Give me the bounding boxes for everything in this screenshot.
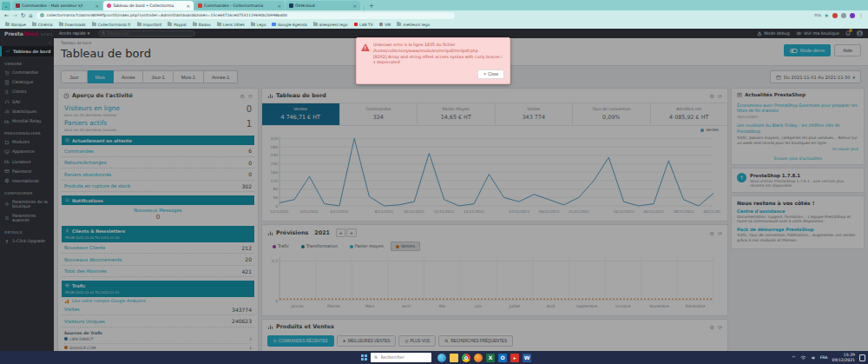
sidebar-item-paiement[interactable]: Paiement: [0, 167, 54, 176]
start-button[interactable]: [361, 354, 367, 361]
kpi-ventes[interactable]: Ventes4 746,71 € HT: [262, 103, 339, 125]
tab-meilleures-ventes[interactable]: ★MEILLEURES VENTES: [337, 335, 397, 347]
panel-settings-icon[interactable]: ⚙: [710, 324, 714, 330]
outlook-icon[interactable]: O: [498, 354, 507, 362]
sidebar-item-international[interactable]: International: [0, 176, 54, 186]
bookmark-item[interactable]: Downloads: [59, 23, 86, 27]
forecast-tab-panier-moyen[interactable]: Panier moyen: [345, 242, 389, 251]
pending-paniers-link[interactable]: Paniers abandonnés: [64, 172, 111, 177]
panel-refresh-icon[interactable]: ⟳: [248, 93, 253, 99]
active-carts-link[interactable]: Paniers actifs: [64, 119, 116, 127]
taskbar-clock[interactable]: 15:29 09/12/2021: [832, 353, 855, 362]
view-shop-button[interactable]: Voir ma boutique: [796, 31, 839, 36]
edge-icon[interactable]: [437, 354, 446, 362]
sidebar-item-mondial-relay[interactable]: Mondial Relay: [0, 116, 54, 126]
range-mois-1-button[interactable]: Mois-1: [174, 70, 204, 83]
prestashop-logo[interactable]: PrestaShop 1.7.6.1: [0, 30, 54, 36]
tab-close-icon[interactable]: ×: [95, 3, 99, 9]
sidebar-item-statistiques[interactable]: Statistiques: [0, 107, 54, 116]
range-annee-button[interactable]: Année: [114, 70, 144, 83]
bookmark-item[interactable]: Collectormania fr: [92, 23, 131, 27]
more-news-link[interactable]: Trouver plus d'actualités: [732, 153, 864, 164]
bookmark-item[interactable]: Badoo: [193, 23, 211, 27]
panel-settings-icon[interactable]: ⚙: [710, 93, 714, 99]
tab-close-icon[interactable]: ×: [186, 3, 190, 9]
forecast-prev-button[interactable]: «: [336, 228, 345, 237]
bookmark-item[interactable]: Cinéma: [32, 23, 53, 27]
new-messages-link[interactable]: Nouveaux Messages: [134, 208, 181, 213]
browser-tab[interactable]: Commandes - Collectormania ×: [194, 1, 285, 10]
sidebar-item-1-click-upgrade[interactable]: 1-Click Upgrade: [0, 236, 54, 246]
nouveaux-abonnements-link[interactable]: Nouveaux Abonnements: [64, 257, 122, 262]
bookmark-item[interactable]: Liens Utiles: [217, 23, 245, 27]
sidebar-collapse-icon[interactable]: «: [48, 39, 51, 45]
quick-access-menu[interactable]: Accès rapide▾: [59, 31, 89, 36]
tab-commandes-recentes[interactable]: ↻COMMANDES RÉCENTES: [267, 335, 334, 347]
panel-refresh-icon[interactable]: ⟳: [718, 324, 722, 330]
total-abonnes-link[interactable]: Total des Abonnés: [64, 268, 107, 274]
tab-close-icon[interactable]: ×: [277, 3, 281, 9]
tray-expand-icon[interactable]: ^: [792, 354, 796, 361]
nouveaux-clients-link[interactable]: Nouveaux Clients: [64, 245, 105, 250]
assistance-center-link[interactable]: Centre d'assistance: [737, 208, 858, 214]
panel-refresh-icon[interactable]: ⟳: [718, 93, 722, 99]
taskbar-search-input[interactable]: [381, 355, 429, 360]
kpi-taux-conversion[interactable]: Taux de conversion0,09%: [572, 103, 650, 125]
user-avatar[interactable]: [857, 30, 863, 36]
bookmark-item[interactable]: Lego: [251, 23, 266, 27]
tab-search-button[interactable]: ⌄: [2, 2, 10, 10]
sidebar-item-sav[interactable]: SAV: [0, 97, 54, 107]
forecast-tab-trafic[interactable]: Trafic: [267, 242, 294, 251]
forecast-tab-transformation[interactable]: Transformation: [296, 242, 343, 251]
browser-tab-active[interactable]: Tableau de bord • Collectorma ×: [103, 1, 194, 10]
firefox-icon[interactable]: [474, 354, 483, 362]
sidebar-item-dashboard[interactable]: Tableau de bord: [0, 46, 54, 56]
kpi-visites[interactable]: Visites343 774: [495, 103, 573, 125]
news-link[interactable]: Les coulisses du Black Friday : les chif…: [737, 123, 858, 134]
tab-recherches-frequentes[interactable]: RECHERCHES FRÉQUENTES: [438, 335, 513, 347]
sidebar-item-parametres-avances[interactable]: Paramètres avancés: [0, 212, 54, 225]
visiteurs-uniques-link[interactable]: Visiteurs Uniques: [64, 319, 105, 324]
sidebar-item-commandes[interactable]: Commandes: [0, 68, 54, 77]
kpi-benefice-net[interactable]: Bénéfice net4 085,92 € HT: [650, 103, 728, 125]
sidebar-item-apparence[interactable]: Apparence: [0, 147, 54, 156]
bookmark-item[interactable]: aliexpress lego: [313, 23, 348, 27]
kpi-commandes[interactable]: Commandes324: [339, 103, 418, 125]
news-link[interactable]: Économisez avec PrestaShop Essentials po…: [737, 103, 858, 114]
site-info-icon[interactable]: [40, 13, 44, 17]
panel-settings-icon[interactable]: ⚙: [240, 93, 245, 99]
kpi-panier-moyen[interactable]: Panier Moyen14,65 € HT: [417, 103, 495, 125]
bookmark-item[interactable]: meilleurs lego: [397, 23, 430, 27]
online-visitors-link[interactable]: Visiteurs en ligne: [64, 104, 120, 112]
demo-mode-button[interactable]: Mode démo: [784, 44, 831, 56]
pending-rupture-link[interactable]: Produits en rupture de stock: [64, 183, 130, 189]
action-center-icon[interactable]: [859, 354, 865, 361]
file-explorer-icon[interactable]: [450, 354, 458, 362]
range-mois-button[interactable]: Mois: [88, 70, 114, 83]
help-button[interactable]: Aide: [834, 44, 861, 56]
notifications-bell[interactable]: [845, 30, 851, 37]
profile-avatar-icon[interactable]: [850, 13, 855, 18]
bookmark-item[interactable]: Paypal: [168, 23, 186, 27]
home-icon[interactable]: ⌂: [29, 12, 32, 19]
reload-icon[interactable]: ↻: [21, 12, 25, 19]
youtube-icon[interactable]: ▸: [510, 354, 519, 362]
starter-pack-link[interactable]: Pack de démarrage PrestaShop: [737, 227, 858, 232]
new-tab-button[interactable]: +: [369, 3, 374, 10]
range-annee-1-button[interactable]: Année-1: [204, 70, 238, 83]
address-bar[interactable]: collectormania.fr/admin8099lfpcvr05/inde…: [36, 12, 455, 19]
forward-icon[interactable]: →: [12, 12, 16, 19]
speaker-icon[interactable]: [811, 355, 816, 361]
panel-settings-icon[interactable]: ⚙: [710, 230, 714, 236]
tab-close-icon[interactable]: ×: [352, 3, 357, 9]
extension-capture-icon[interactable]: [841, 13, 846, 18]
language-indicator[interactable]: FRA: [820, 355, 828, 360]
forecast-tab-ventes[interactable]: Ventes: [391, 242, 420, 251]
browser-tab[interactable]: OVHcloud ×: [286, 1, 360, 10]
admin-search-input[interactable]: [108, 31, 192, 36]
read-more-link[interactable]: En savoir plus: [737, 147, 858, 151]
browser-menu-icon[interactable]: ⋮: [858, 12, 864, 18]
excel-icon[interactable]: X: [486, 354, 495, 362]
debug-mode-button[interactable]: Mode debug: [757, 31, 790, 36]
back-icon[interactable]: ←: [4, 12, 9, 19]
